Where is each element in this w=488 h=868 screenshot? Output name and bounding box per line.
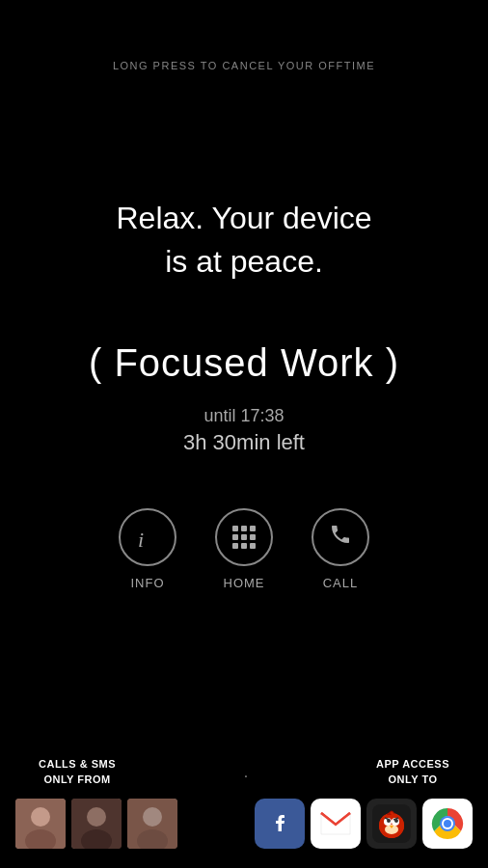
angrybirds-app-icon[interactable] bbox=[366, 799, 417, 849]
info-button[interactable]: INFO bbox=[119, 508, 176, 590]
bottom-labels: CALLS & SMS ONLY FROM . APP ACCESS ONLY … bbox=[0, 757, 488, 787]
gmail-app-icon[interactable] bbox=[311, 799, 361, 849]
action-buttons: INFO HOME CALL bbox=[0, 508, 488, 590]
home-label: HOME bbox=[224, 576, 265, 590]
home-circle bbox=[215, 508, 273, 566]
svg-point-25 bbox=[444, 820, 451, 827]
grid-icon bbox=[232, 526, 256, 549]
call-label: CALL bbox=[323, 576, 359, 590]
chrome-app-icon[interactable] bbox=[422, 799, 473, 849]
facebook-app-icon[interactable] bbox=[255, 799, 305, 849]
bottom-section: CALLS & SMS ONLY FROM . APP ACCESS ONLY … bbox=[0, 757, 488, 868]
phone-icon bbox=[329, 523, 352, 552]
time-info: until 17:38 3h 30min left bbox=[0, 406, 488, 455]
allowed-apps bbox=[255, 799, 473, 849]
until-time: until 17:38 bbox=[0, 406, 488, 426]
call-button[interactable]: CALL bbox=[312, 508, 369, 590]
hint-bar: LONG PRESS TO CANCEL YOUR OFFTIME bbox=[0, 0, 488, 71]
info-circle bbox=[119, 508, 176, 566]
message-line1: Relax. Your device bbox=[116, 201, 371, 235]
mode-name: ( Focused Work ) bbox=[0, 341, 488, 385]
svg-point-7 bbox=[143, 807, 162, 827]
calls-sms-label: CALLS & SMS ONLY FROM bbox=[39, 757, 116, 787]
home-button[interactable]: HOME bbox=[215, 508, 273, 590]
allowed-contacts bbox=[15, 799, 177, 849]
bottom-icons-row bbox=[0, 799, 488, 849]
contact-2[interactable] bbox=[71, 799, 122, 849]
info-label: INFO bbox=[130, 576, 164, 590]
svg-point-4 bbox=[87, 807, 106, 827]
call-circle bbox=[312, 508, 369, 566]
app-access-label: APP ACCESS ONLY TO bbox=[376, 757, 449, 787]
info-icon bbox=[138, 528, 157, 547]
message-line2: is at peace. bbox=[165, 244, 323, 279]
contact-3[interactable] bbox=[127, 799, 177, 849]
svg-point-1 bbox=[31, 807, 50, 827]
time-left: 3h 30min left bbox=[0, 430, 488, 455]
separator-dot: . bbox=[244, 764, 248, 781]
hint-text: LONG PRESS TO CANCEL YOUR OFFTIME bbox=[113, 60, 375, 71]
main-message: Relax. Your device is at peace. bbox=[0, 197, 488, 284]
contact-1[interactable] bbox=[15, 799, 66, 849]
